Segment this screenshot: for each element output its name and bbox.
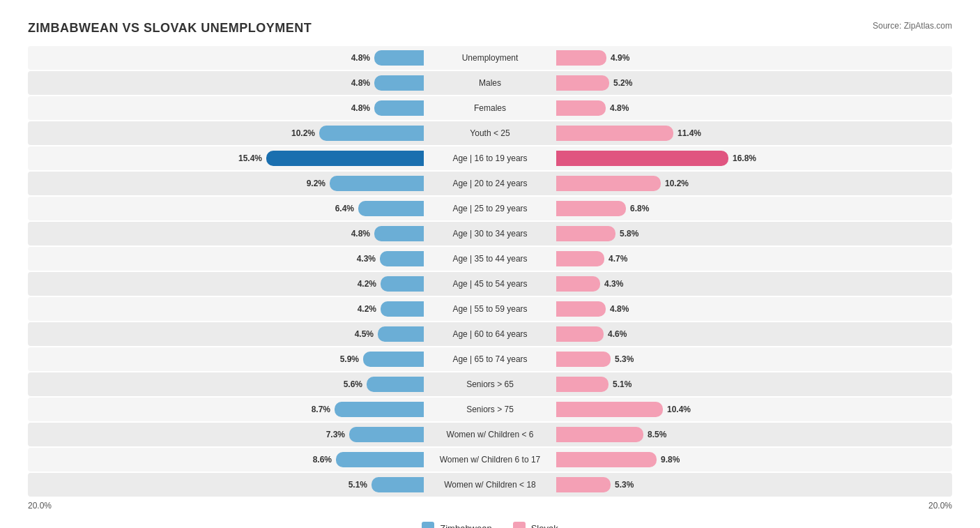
right-value: 16.8% [733, 153, 759, 163]
left-section: 8.7% [28, 402, 424, 417]
right-bar [556, 452, 657, 467]
left-section: 7.3% [28, 427, 424, 442]
right-section: 4.8% [556, 301, 952, 317]
right-section: 4.3% [556, 276, 952, 292]
slovak-label: Slovak [531, 523, 558, 529]
center-label: Seniors > 75 [424, 405, 556, 414]
left-bar [358, 201, 424, 216]
right-value: 5.8% [620, 229, 646, 239]
chart-body: 4.8% Unemployment 4.9% 4.8% Males 5.2% 4… [28, 46, 952, 497]
zimbabwean-label: Zimbabwean [440, 523, 491, 529]
left-section: 10.2% [28, 126, 424, 141]
right-value: 8.5% [648, 430, 674, 439]
right-value: 9.8% [661, 455, 687, 465]
chart-title: ZIMBABWEAN VS SLOVAK UNEMPLOYMENT [28, 21, 312, 36]
bar-row: 15.4% Age | 16 to 19 years 16.8% [28, 146, 952, 170]
center-label: Women w/ Children < 6 [424, 430, 556, 439]
left-section: 4.2% [28, 276, 424, 292]
left-bar [380, 251, 424, 266]
right-bar [556, 377, 608, 392]
left-value: 5.9% [332, 354, 359, 364]
center-label: Age | 20 to 24 years [424, 179, 556, 188]
right-value: 4.8% [610, 103, 636, 113]
left-value: 4.3% [349, 254, 376, 264]
right-section: 5.3% [556, 352, 952, 367]
left-section: 4.8% [28, 50, 424, 66]
left-bar [381, 276, 424, 292]
left-value: 4.8% [344, 103, 370, 113]
right-bar [556, 100, 606, 116]
right-value: 11.4% [677, 128, 704, 138]
right-bar [556, 126, 673, 141]
left-section: 15.4% [28, 151, 424, 166]
center-label: Seniors > 65 [424, 379, 556, 389]
chart-container: ZIMBABWEAN VS SLOVAK UNEMPLOYMENT Source… [14, 14, 966, 528]
center-label: Age | 65 to 74 years [424, 354, 556, 364]
right-value: 4.7% [608, 254, 635, 264]
right-section: 4.6% [556, 326, 952, 342]
chart-header: ZIMBABWEAN VS SLOVAK UNEMPLOYMENT Source… [28, 21, 952, 36]
legend-item-zimbabwean: Zimbabwean [422, 522, 491, 528]
right-value: 5.3% [615, 480, 641, 490]
bar-row: 10.2% Youth < 25 11.4% [28, 121, 952, 145]
right-value: 4.6% [608, 329, 634, 339]
chart-source: Source: ZipAtlas.com [873, 21, 952, 31]
bar-row: 4.2% Age | 55 to 59 years 4.8% [28, 297, 952, 321]
right-value: 6.8% [630, 204, 657, 213]
left-value: 8.6% [305, 455, 332, 465]
bar-row: 5.9% Age | 65 to 74 years 5.3% [28, 347, 952, 371]
right-bar [556, 176, 661, 191]
left-value: 5.1% [341, 480, 367, 490]
left-value: 4.2% [350, 279, 376, 289]
right-value: 5.2% [613, 78, 640, 88]
right-bar [556, 226, 615, 241]
bar-row: 8.7% Seniors > 75 10.4% [28, 398, 952, 421]
right-section: 5.2% [556, 75, 952, 91]
axis-row: 20.0% 20.0% [28, 498, 952, 513]
left-section: 4.3% [28, 251, 424, 266]
right-section: 9.8% [556, 452, 952, 467]
left-value: 15.4% [236, 153, 262, 163]
right-section: 5.8% [556, 226, 952, 241]
axis-left: 20.0% [28, 501, 52, 511]
left-bar [349, 427, 424, 442]
bar-row: 7.3% Women w/ Children < 6 8.5% [28, 423, 952, 446]
center-label: Females [424, 103, 556, 113]
center-label: Age | 55 to 59 years [424, 304, 556, 314]
left-value: 6.4% [328, 204, 354, 213]
right-section: 5.3% [556, 477, 952, 492]
right-section: 4.9% [556, 50, 952, 66]
left-value: 4.8% [344, 229, 370, 239]
left-value: 9.2% [299, 179, 326, 188]
left-section: 9.2% [28, 176, 424, 191]
right-section: 6.8% [556, 201, 952, 216]
left-value: 7.3% [319, 430, 345, 439]
left-bar [374, 50, 424, 66]
left-value: 4.5% [347, 329, 374, 339]
right-value: 4.9% [611, 53, 637, 63]
center-label: Youth < 25 [424, 128, 556, 138]
bar-row: 9.2% Age | 20 to 24 years 10.2% [28, 172, 952, 195]
right-value: 10.2% [665, 179, 691, 188]
right-bar [556, 326, 604, 342]
right-bar [556, 75, 609, 91]
right-section: 5.1% [556, 377, 952, 392]
bar-row: 5.1% Women w/ Children < 18 5.3% [28, 473, 952, 497]
left-bar [367, 377, 424, 392]
right-section: 11.4% [556, 126, 952, 141]
bar-row: 4.8% Age | 30 to 34 years 5.8% [28, 222, 952, 246]
bar-row: 4.3% Age | 35 to 44 years 4.7% [28, 247, 952, 271]
left-bar [363, 352, 424, 367]
left-value: 8.7% [304, 405, 330, 414]
bar-row: 4.8% Unemployment 4.9% [28, 46, 952, 70]
right-bar [556, 201, 626, 216]
right-section: 4.8% [556, 100, 952, 116]
left-bar [335, 402, 424, 417]
right-section: 8.5% [556, 427, 952, 442]
left-bar [372, 477, 424, 492]
right-section: 10.4% [556, 402, 952, 417]
center-label: Unemployment [424, 53, 556, 63]
left-value: 10.2% [289, 128, 315, 138]
right-section: 16.8% [556, 151, 952, 166]
right-value: 5.1% [613, 379, 639, 389]
